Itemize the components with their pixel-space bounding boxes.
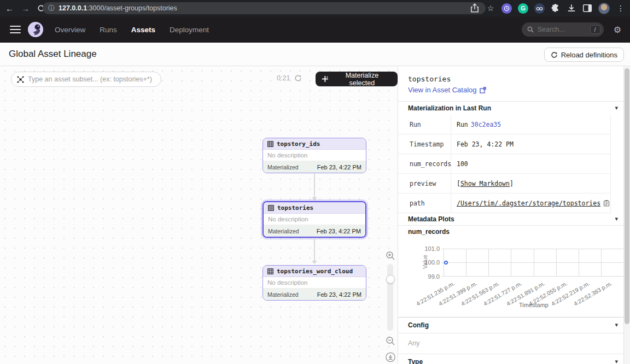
- y-tick: 99.0: [420, 273, 440, 280]
- table-icon: [268, 205, 274, 211]
- hamburger-menu-icon[interactable]: [10, 24, 21, 36]
- show-markdown-link[interactable]: Show Markdown: [460, 180, 510, 187]
- section-materialization-last-run[interactable]: Materialization in Last Run: [408, 104, 491, 112]
- divider: [398, 101, 624, 102]
- asset-node-topstories[interactable]: topstories No description Materialized F…: [262, 201, 366, 238]
- nav-item-runs[interactable]: Runs: [100, 26, 117, 34]
- address-bar[interactable]: ⓘ 127.0.0.1:3000/asset-groups/topstories: [43, 2, 486, 14]
- browser-forward-button[interactable]: →: [21, 4, 30, 13]
- extension-grammarly-icon[interactable]: G: [518, 3, 528, 14]
- browser-chrome: ← → ⓘ 127.0.0.1:3000/asset-groups/topsto…: [0, 0, 630, 16]
- config-value: Any: [408, 339, 420, 347]
- materialize-sparkle-icon: [322, 75, 329, 83]
- panel-scrollbar: [623, 66, 630, 364]
- path-link[interactable]: /Users/tim/.dagster/storage/topstories: [457, 199, 600, 207]
- x-axis-title: Timestamp: [444, 302, 624, 308]
- table-icon: [267, 141, 273, 147]
- view-in-asset-catalog-link[interactable]: View in Asset Catalog: [408, 86, 486, 94]
- materialized-timestamp: Feb 23, 4:22 PM: [317, 228, 361, 234]
- divider: [398, 317, 624, 318]
- app-navbar: Overview Runs Assets Deployment / ⚙: [0, 16, 630, 43]
- chevron-down-icon: ▾: [615, 104, 618, 111]
- lineage-edge-arrowhead: [312, 261, 317, 264]
- divider: [398, 333, 624, 333]
- page-title: Global Asset Lineage: [9, 49, 97, 60]
- table-row: path /Users/tim/.dagster/storage/topstor…: [398, 193, 610, 213]
- chevron-down-icon: ▾: [615, 215, 618, 222]
- page-header: Global Asset Lineage Reload definitions: [0, 43, 630, 66]
- materialize-selected-button[interactable]: Materialize selected: [316, 72, 398, 86]
- nav-item-assets[interactable]: Assets: [131, 26, 155, 34]
- status-label: Materialized: [268, 228, 299, 234]
- divider: [398, 354, 624, 354]
- asset-filter[interactable]: [11, 72, 161, 87]
- asset-node-topstory_ids[interactable]: topstory_ids No description Materialized…: [262, 138, 366, 173]
- fit-to-view-icon[interactable]: [385, 352, 396, 362]
- data-point: [445, 261, 447, 264]
- section-metadata-plots[interactable]: Metadata Plots: [408, 215, 454, 223]
- plot-metric-name: num_records: [408, 228, 450, 236]
- lineage-edge: [314, 238, 315, 261]
- browser-back-button[interactable]: ←: [5, 4, 14, 13]
- dagster-logo[interactable]: [27, 21, 44, 38]
- asset-node-header: topstory_ids: [263, 138, 366, 150]
- refresh-countdown-icon[interactable]: [294, 74, 302, 82]
- run-id-link[interactable]: 30c2ea35: [471, 121, 501, 128]
- copy-clipboard-icon[interactable]: [603, 199, 610, 207]
- asset-details-panel: topstories View in Asset Catalog Materia…: [398, 66, 630, 364]
- y-tick: 100.0: [420, 259, 440, 266]
- zoom-in-icon[interactable]: [385, 251, 396, 261]
- nav-item-deployment[interactable]: Deployment: [170, 26, 209, 34]
- downloads-icon[interactable]: [567, 3, 576, 13]
- reload-definitions-button[interactable]: Reload definitions: [544, 48, 624, 62]
- nav-item-overview[interactable]: Overview: [55, 26, 85, 34]
- url-text: 127.0.0.1:3000/asset-groups/topstories: [59, 4, 177, 12]
- table-row: num_records 100: [398, 154, 610, 174]
- external-link-icon: [480, 87, 486, 93]
- chrome-menu-icon[interactable]: ⋮: [616, 3, 626, 13]
- lineage-canvas[interactable]: 0:21 Materialize selected topstory_ids N…: [0, 66, 398, 364]
- asset-node-header: topstories: [264, 202, 365, 214]
- extensions-puzzle-icon[interactable]: [551, 3, 561, 13]
- profile-avatar[interactable]: [598, 3, 610, 14]
- metadata-table: Run Run30c2ea35 Timestamp Feb 23, 4:22 P…: [398, 115, 611, 213]
- panel-asset-name: topstories: [408, 75, 451, 83]
- table-row: Run Run30c2ea35: [398, 115, 610, 134]
- site-info-icon[interactable]: ⓘ: [48, 4, 55, 13]
- extension-clock-icon[interactable]: [501, 3, 512, 14]
- asset-description: No description: [263, 150, 366, 161]
- share-icon[interactable]: [470, 3, 480, 13]
- materialized-timestamp: Feb 23, 4:22 PM: [317, 164, 361, 171]
- table-row: Timestamp Feb 23, 4:22 PM: [398, 134, 610, 154]
- lineage-edge-arrowhead: [312, 197, 317, 201]
- asset-node-header: topstories_word_cloud: [263, 266, 366, 277]
- extension-glasses-icon[interactable]: [534, 3, 545, 14]
- bookmark-star-icon[interactable]: ☆: [486, 3, 495, 13]
- refresh-countdown: 0:21: [277, 74, 302, 82]
- chevron-down-icon: ▾: [615, 321, 618, 328]
- asset-description: No description: [263, 277, 366, 289]
- chevron-down-icon: ▾: [615, 358, 618, 364]
- lineage-edge: [314, 174, 315, 198]
- search-shortcut-badge: /: [590, 25, 600, 34]
- status-label: Materialized: [267, 164, 299, 171]
- asset-filter-input[interactable]: [28, 75, 155, 83]
- search-input[interactable]: [538, 26, 586, 33]
- global-search[interactable]: /: [522, 22, 604, 37]
- divider: [398, 225, 624, 226]
- table-icon: [267, 268, 273, 274]
- asset-description: No description: [264, 214, 365, 225]
- materialized-timestamp: Feb 23, 4:22 PM: [317, 291, 361, 298]
- zoom-slider-track[interactable]: [387, 264, 393, 331]
- refresh-icon: [551, 51, 558, 58]
- y-tick: 101.0: [420, 245, 440, 252]
- panel-scrollbar-thumb[interactable]: [625, 68, 629, 324]
- settings-gear-icon[interactable]: ⚙: [614, 25, 621, 35]
- side-panel-icon[interactable]: [582, 3, 592, 13]
- section-config[interactable]: Config: [408, 321, 429, 329]
- num-records-plot: [441, 249, 625, 277]
- zoom-slider-handle[interactable]: [386, 275, 395, 284]
- zoom-out-icon[interactable]: [385, 336, 396, 346]
- section-type[interactable]: Type: [408, 358, 423, 364]
- asset-node-topstories_word_cloud[interactable]: topstories_word_cloud No description Mat…: [262, 265, 366, 301]
